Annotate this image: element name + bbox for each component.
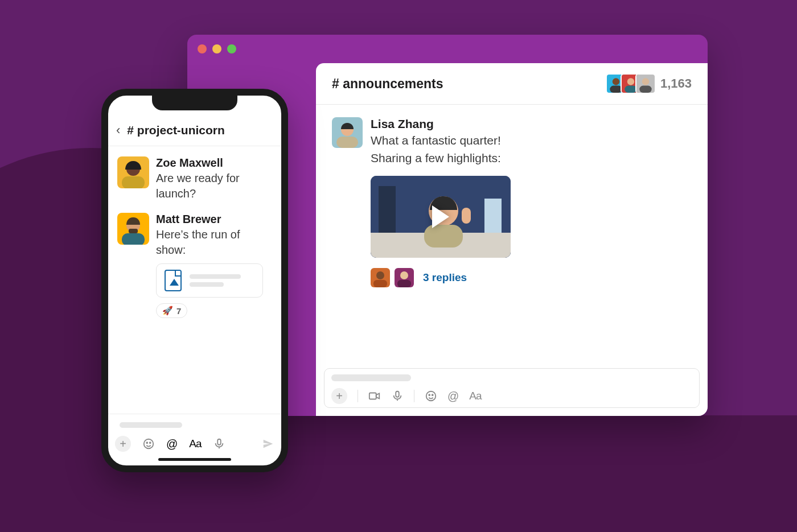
- svg-point-39: [150, 442, 151, 443]
- svg-point-37: [144, 439, 154, 449]
- phone-channel-title[interactable]: # project-unicorn: [127, 123, 225, 137]
- hash-icon: #: [332, 76, 339, 91]
- message-author[interactable]: Zoe Maxwell: [156, 156, 272, 170]
- svg-point-27: [426, 391, 436, 401]
- file-placeholder-lines: [190, 274, 254, 287]
- phone-message-list[interactable]: Zoe Maxwell Are we ready for launch? Mat…: [108, 146, 281, 414]
- svg-point-23: [400, 271, 408, 279]
- svg-rect-35: [129, 229, 138, 233]
- separator: [358, 390, 358, 402]
- member-avatar-stack[interactable]: [606, 73, 650, 94]
- channel-header: # announcements 1,163: [316, 63, 708, 105]
- mobile-slack-phone: ‹ # project-unicorn Zoe Maxwell Are we r…: [101, 89, 288, 472]
- message-text: Are we ready for launch?: [156, 171, 272, 201]
- message: Matt Brewer Here’s the run of show: 🚀 7: [117, 213, 272, 318]
- phone-channel-name: project-unicorn: [137, 123, 225, 137]
- rocket-emoji-icon: 🚀: [162, 306, 173, 316]
- svg-rect-15: [484, 199, 502, 233]
- separator: [414, 390, 414, 402]
- svg-point-29: [432, 394, 433, 395]
- mention-icon[interactable]: @: [166, 438, 178, 451]
- microphone-icon[interactable]: [391, 390, 404, 402]
- svg-rect-11: [336, 137, 358, 148]
- composer-placeholder: [331, 374, 411, 381]
- member-count[interactable]: 1,163: [660, 76, 692, 91]
- reaction-count: 7: [176, 306, 181, 316]
- svg-rect-26: [396, 391, 399, 397]
- message: Lisa Zhang What a fantastic quarter! Sha…: [332, 117, 692, 287]
- svg-rect-40: [217, 439, 221, 445]
- svg-rect-17: [424, 225, 463, 248]
- phone-notch: [152, 96, 237, 110]
- author-avatar[interactable]: [332, 117, 363, 148]
- file-attachment[interactable]: [156, 263, 263, 298]
- play-icon: [432, 205, 449, 228]
- svg-rect-8: [639, 86, 651, 93]
- message-text-line: Sharing a few highlights:: [371, 150, 511, 166]
- svg-point-7: [642, 78, 649, 85]
- author-avatar[interactable]: [117, 213, 149, 245]
- video-attachment[interactable]: [371, 176, 511, 258]
- svg-rect-24: [397, 280, 411, 287]
- reply-avatar: [371, 268, 390, 287]
- window-close-dot[interactable]: [198, 44, 207, 53]
- window-titlebar: [187, 35, 708, 63]
- message-text-line: What a fantastic quarter!: [371, 132, 511, 149]
- back-icon[interactable]: ‹: [116, 123, 120, 138]
- member-avatar: [635, 73, 656, 94]
- svg-point-28: [429, 394, 430, 395]
- channel-name: announcements: [343, 76, 443, 91]
- reaction-pill[interactable]: 🚀 7: [156, 303, 187, 318]
- text-format-icon[interactable]: Aa: [469, 390, 481, 402]
- message-thread: Lisa Zhang What a fantastic quarter! Sha…: [316, 105, 708, 368]
- composer-placeholder: [120, 422, 182, 428]
- svg-point-20: [376, 271, 384, 279]
- svg-rect-21: [373, 280, 387, 287]
- svg-rect-14: [379, 186, 396, 233]
- message-author[interactable]: Matt Brewer: [156, 213, 272, 226]
- svg-point-1: [613, 78, 619, 85]
- send-icon[interactable]: [262, 438, 274, 450]
- svg-rect-36: [122, 233, 145, 245]
- svg-rect-32: [122, 176, 145, 188]
- message-author[interactable]: Lisa Zhang: [371, 117, 511, 131]
- attach-button[interactable]: +: [115, 436, 131, 452]
- message-composer[interactable]: + @ Aa: [324, 368, 700, 408]
- svg-rect-25: [369, 393, 376, 399]
- message-text: Here’s the run of show:: [156, 227, 272, 258]
- home-indicator: [158, 458, 231, 461]
- desktop-content-pane: # announcements 1,163: [316, 63, 708, 416]
- reply-avatar: [395, 268, 414, 287]
- video-icon[interactable]: [368, 390, 381, 402]
- svg-point-38: [146, 442, 147, 443]
- author-avatar[interactable]: [117, 156, 149, 188]
- google-drive-file-icon: [165, 270, 182, 291]
- window-zoom-dot[interactable]: [227, 44, 236, 53]
- window-minimize-dot[interactable]: [212, 44, 221, 53]
- phone-channel-header: ‹ # project-unicorn: [108, 119, 281, 146]
- hash-icon: #: [127, 123, 134, 137]
- svg-point-4: [627, 78, 634, 85]
- thread-replies[interactable]: 3 replies: [371, 268, 511, 287]
- mention-icon[interactable]: @: [447, 390, 459, 403]
- attach-button[interactable]: +: [331, 388, 347, 404]
- microphone-icon[interactable]: [213, 438, 225, 450]
- channel-title[interactable]: # announcements: [332, 76, 443, 92]
- text-format-icon[interactable]: Aa: [189, 438, 201, 450]
- emoji-icon[interactable]: [425, 390, 437, 402]
- message: Zoe Maxwell Are we ready for launch?: [117, 156, 272, 201]
- replies-link[interactable]: 3 replies: [423, 271, 467, 284]
- svg-rect-18: [462, 208, 471, 224]
- emoji-icon[interactable]: [142, 438, 155, 450]
